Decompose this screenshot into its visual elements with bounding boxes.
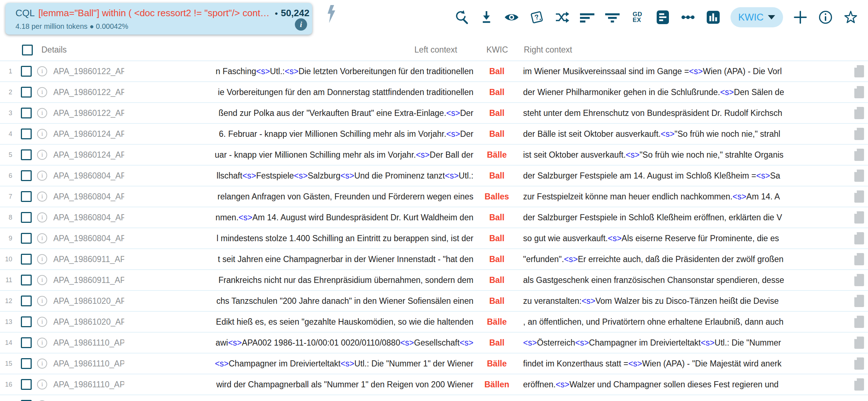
row-checkbox[interactable] [21, 379, 32, 390]
row-checkbox[interactable] [21, 337, 32, 348]
copy-line-icon[interactable] [850, 315, 868, 329]
random-sample-icon[interactable]: ? [529, 9, 545, 25]
row-checkbox[interactable] [21, 108, 32, 118]
row-checkbox[interactable] [21, 316, 32, 327]
row-checkbox[interactable] [21, 170, 32, 181]
row-info-icon[interactable]: i [37, 150, 47, 160]
row-checkbox[interactable] [21, 149, 32, 160]
row-checkbox[interactable] [21, 129, 32, 139]
kwic-word[interactable]: Ball [473, 67, 520, 76]
copy-line-icon[interactable] [850, 252, 868, 266]
doc-name[interactable]: APA_19861020_AP... [50, 317, 124, 327]
row-info-icon[interactable]: i [37, 212, 47, 222]
copy-line-icon[interactable] [850, 85, 868, 99]
kwic-word[interactable]: Ball [473, 254, 520, 264]
row-info-icon[interactable]: i [37, 108, 47, 118]
sort-icon[interactable] [579, 9, 595, 25]
doc-name[interactable]: APA_19861110_AP... [50, 359, 124, 369]
row-checkbox[interactable] [21, 233, 32, 244]
copy-line-icon[interactable] [850, 190, 868, 203]
kwic-word[interactable]: Ball [473, 129, 520, 139]
kwic-word[interactable]: Ball [473, 234, 520, 243]
row-info-icon[interactable]: i [37, 254, 47, 264]
query-summary-card[interactable]: CQL[lemma="Ball"] within ( <doc ressort2… [5, 3, 312, 35]
search-again-icon[interactable] [453, 9, 469, 25]
copy-line-icon[interactable] [850, 211, 868, 224]
frequency-chart-icon[interactable] [705, 9, 721, 25]
view-options-icon[interactable] [655, 9, 671, 25]
row-checkbox[interactable] [21, 87, 32, 98]
copy-line-icon[interactable] [850, 127, 868, 141]
kwic-word[interactable]: Ball [473, 338, 520, 348]
row-checkbox[interactable] [21, 275, 32, 285]
row-info-icon[interactable]: i [37, 66, 47, 76]
row-info-icon[interactable]: i [37, 192, 47, 202]
kwic-word[interactable]: Bälle [473, 150, 520, 160]
row-info-icon[interactable]: i [37, 87, 47, 97]
row-info-icon[interactable]: i [37, 233, 47, 243]
doc-name[interactable]: APA_19860804_AP... [50, 171, 124, 181]
row-checkbox[interactable] [21, 254, 32, 265]
shuffle-icon[interactable] [554, 9, 570, 25]
kwic-word[interactable]: Ball [473, 87, 520, 97]
doc-name[interactable]: APA_19860911_AP... [50, 275, 124, 285]
doc-name[interactable]: APA_19861110_AP... [50, 380, 124, 389]
doc-name[interactable]: APA_19860911_AP... [50, 254, 124, 264]
doc-name[interactable]: APA_19860122_AP... [50, 87, 124, 97]
doc-name[interactable]: APA_19860122_AP... [50, 67, 124, 76]
kwic-word[interactable]: Bälle [473, 317, 520, 327]
kwic-word[interactable]: Ball [473, 108, 520, 118]
info-icon[interactable] [818, 9, 833, 25]
add-icon[interactable] [792, 9, 808, 25]
row-info-icon[interactable]: i [37, 171, 47, 181]
kwic-word[interactable]: Ball [473, 171, 520, 181]
copy-line-icon[interactable] [850, 231, 868, 245]
kwic-word[interactable]: Ball [473, 275, 520, 285]
row-info-icon[interactable]: i [37, 317, 47, 327]
copy-line-icon[interactable] [850, 398, 868, 401]
filter-icon[interactable] [604, 9, 620, 25]
row-info-icon[interactable]: i [37, 129, 47, 139]
row-checkbox[interactable] [21, 191, 32, 202]
gdex-icon[interactable]: GD EX [630, 9, 646, 25]
select-all-checkbox[interactable] [22, 45, 33, 55]
doc-name[interactable]: APA_19861020_AP... [50, 296, 124, 306]
kwic-word[interactable]: Bällen [473, 380, 520, 389]
row-checkbox[interactable] [21, 358, 32, 369]
kwic-view-switcher[interactable]: KWIC [730, 7, 783, 27]
copy-line-icon[interactable] [850, 336, 868, 350]
copy-line-icon[interactable] [850, 106, 868, 120]
copy-line-icon[interactable] [850, 294, 868, 308]
lightning-icon[interactable] [326, 5, 339, 23]
copy-line-icon[interactable] [850, 64, 868, 78]
doc-name[interactable]: APA_19861110_AP... [50, 338, 124, 348]
download-icon[interactable] [478, 9, 494, 25]
doc-name[interactable]: APA_19860804_AP... [50, 234, 124, 243]
row-info-icon[interactable]: i [37, 359, 47, 369]
kwic-word[interactable]: Ball [473, 213, 520, 222]
copy-line-icon[interactable] [850, 357, 868, 370]
kwic-word[interactable]: Bälle [473, 359, 520, 369]
doc-name[interactable]: APA_19860124_AP... [50, 150, 124, 160]
row-info-icon[interactable]: i [37, 296, 47, 306]
query-info-button[interactable]: i [295, 18, 307, 31]
doc-name[interactable]: APA_19860804_AP... [50, 213, 124, 222]
row-checkbox[interactable] [21, 66, 32, 77]
row-info-icon[interactable]: i [37, 275, 47, 285]
doc-name[interactable]: APA_19860804_AP... [50, 192, 124, 202]
row-checkbox[interactable] [21, 212, 32, 223]
copy-line-icon[interactable] [850, 378, 868, 391]
doc-name[interactable]: APA_19860124_AP... [50, 129, 124, 139]
copy-line-icon[interactable] [850, 148, 868, 162]
row-info-icon[interactable]: i [37, 379, 47, 389]
row-checkbox[interactable] [21, 296, 32, 306]
favorite-star-icon[interactable] [843, 9, 859, 25]
eye-icon[interactable] [504, 9, 520, 25]
copy-line-icon[interactable] [850, 169, 868, 183]
kwic-word[interactable]: Balles [473, 192, 520, 202]
more-options-icon[interactable] [680, 9, 696, 25]
kwic-word[interactable]: Ball [473, 296, 520, 306]
copy-line-icon[interactable] [850, 273, 868, 287]
doc-name[interactable]: APA_19860122_AP... [50, 108, 124, 118]
row-info-icon[interactable]: i [37, 338, 47, 348]
